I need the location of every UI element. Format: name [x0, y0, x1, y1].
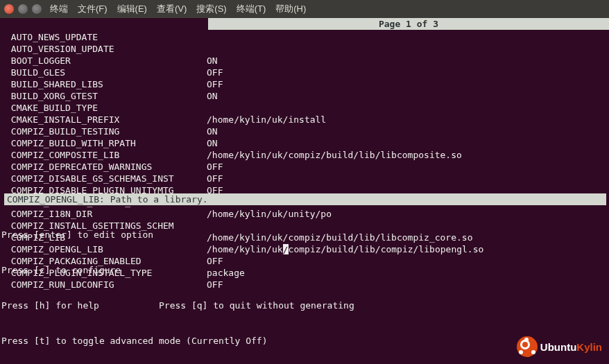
option-value: /home/kylin/uk/install: [207, 114, 603, 125]
option-value: /home/kylin/uk/compiz/build/lib/libcompo…: [207, 149, 603, 161]
option-key: CMAKE_BUILD_TYPE: [6, 102, 207, 114]
option-row[interactable]: AUTO_NEWS_UPDATE: [6, 31, 603, 43]
option-key: AUTO_VERSION_UPDATE: [6, 43, 207, 55]
option-value: [207, 43, 603, 55]
window-controls: [4, 4, 42, 14]
option-row[interactable]: BUILD_SHARED_LIBSOFF: [6, 78, 603, 90]
option-value: OFF: [207, 78, 603, 90]
option-row[interactable]: COMPIZ_BUILD_WITH_RPATHON: [6, 137, 603, 149]
option-row[interactable]: COMPIZ_BUILD_TESTINGON: [6, 125, 603, 137]
option-row[interactable]: BUILD_XORG_GTESTON: [6, 90, 603, 102]
menubar: 终端 文件(F) 编辑(E) 查看(V) 搜索(S) 终端(T) 帮助(H): [50, 3, 306, 15]
option-key: BUILD_XORG_GTEST: [6, 90, 207, 102]
option-row[interactable]: CMAKE_BUILD_TYPE: [6, 102, 603, 114]
menu-terminal[interactable]: 终端(T): [237, 3, 266, 15]
menu-file[interactable]: 文件(F): [78, 3, 108, 15]
menu-edit[interactable]: 编辑(E): [117, 3, 147, 15]
option-key: COMPIZ_BUILD_WITH_RPATH: [6, 137, 207, 149]
page-indicator: Page 1 of 3: [208, 18, 609, 30]
option-value: [207, 31, 603, 43]
option-value: ON: [207, 125, 603, 137]
option-key: COMPIZ_COMPOSITE_LIB: [6, 149, 207, 161]
window-titlebar: 终端 文件(F) 编辑(E) 查看(V) 搜索(S) 终端(T) 帮助(H): [0, 0, 609, 18]
option-key: BUILD_GLES: [6, 67, 207, 78]
option-key: COMPIZ_BUILD_TESTING: [6, 125, 207, 137]
maximize-icon[interactable]: [32, 4, 42, 14]
option-key: BUILD_SHARED_LIBS: [6, 78, 207, 90]
option-row[interactable]: AUTO_VERSION_UPDATE: [6, 43, 603, 55]
ubuntu-icon: [517, 336, 538, 357]
help-line: Press [h] for help Press [q] to quit wit…: [1, 300, 609, 311]
option-value: ON: [207, 90, 603, 102]
option-row[interactable]: BOOT_LOGGERON: [6, 55, 603, 67]
option-value: ON: [207, 55, 603, 67]
option-description: COMPIZ_OPENGL_LIB: Path to a library.: [4, 193, 606, 205]
ubuntukylin-logo: UbuntuKylin: [517, 336, 602, 357]
logo-text: UbuntuKylin: [540, 341, 602, 353]
option-key: AUTO_NEWS_UPDATE: [6, 31, 207, 43]
option-value: [207, 102, 603, 114]
minimize-icon[interactable]: [18, 4, 28, 14]
option-row[interactable]: BUILD_GLESOFF: [6, 67, 603, 78]
option-key: CMAKE_INSTALL_PREFIX: [6, 114, 207, 125]
menu-help[interactable]: 帮助(H): [275, 3, 306, 15]
option-key: BOOT_LOGGER: [6, 55, 207, 67]
menu-view[interactable]: 查看(V): [157, 3, 187, 15]
help-line: Press [c] to configure: [1, 264, 609, 276]
option-row[interactable]: CMAKE_INSTALL_PREFIX/home/kylin/uk/insta…: [6, 114, 603, 125]
menu-app: 终端: [50, 3, 68, 15]
help-line: Press [enter] to edit option: [1, 229, 609, 241]
option-row[interactable]: COMPIZ_COMPOSITE_LIB/home/kylin/uk/compi…: [6, 149, 603, 161]
help-panel: COMPIZ_OPENGL_LIB: Path to a library. Pr…: [1, 170, 609, 358]
close-icon[interactable]: [4, 4, 14, 14]
option-value: OFF: [207, 67, 603, 78]
menu-search[interactable]: 搜索(S): [196, 3, 226, 15]
option-value: ON: [207, 137, 603, 149]
